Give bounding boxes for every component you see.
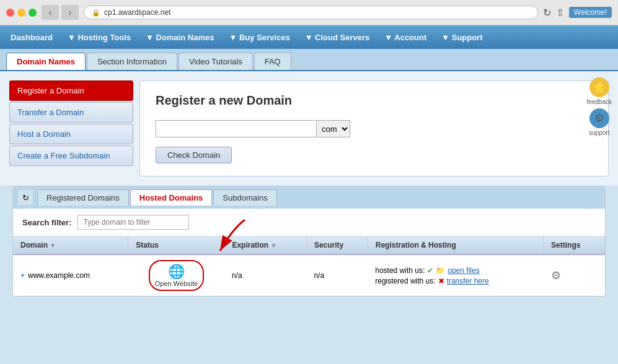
welcome-text: Welcome!: [574, 8, 607, 17]
tld-select[interactable]: com net org info biz: [317, 120, 350, 137]
sidebar-create-subdomain[interactable]: Create a Free Subdomain: [9, 145, 133, 166]
search-input[interactable]: [77, 215, 189, 230]
refresh-icon[interactable]: ↻: [18, 190, 33, 205]
tab-section-information[interactable]: Section Information: [87, 53, 177, 70]
nav-item-dashboard[interactable]: Dashboard: [3, 25, 60, 49]
globe-icon: 🌐: [168, 264, 185, 280]
welcome-bar: Welcome!: [569, 7, 612, 18]
back-button[interactable]: ‹: [42, 5, 59, 20]
col-status: Status: [128, 236, 224, 254]
sidebar-register-domain[interactable]: Register a Domain: [9, 80, 133, 101]
domain-table: Domain ▼ Status Expiration ▼ Security: [13, 236, 605, 296]
forward-button[interactable]: ›: [61, 5, 79, 20]
bottom-section-inner: ↻ Registered Domains Hosted Domains Subd…: [12, 186, 606, 297]
expiration-value: n/a: [232, 271, 242, 280]
top-nav: Dashboard ▼ Hosting Tools ▼ Domain Names…: [0, 25, 618, 49]
nav-item-support[interactable]: ▼ Support: [434, 25, 490, 49]
nav-item-hosting-tools[interactable]: ▼ Hosting Tools: [60, 25, 138, 49]
hosted-with-label: hosted with us:: [375, 266, 425, 275]
nav-label-buy-services: ▼ Buy Services: [229, 33, 289, 42]
col-security: Security: [306, 236, 368, 254]
side-icons: ⭐ feedback ⚙ support: [586, 77, 612, 136]
feedback-icon: ⭐: [589, 77, 609, 97]
transfer-here-link[interactable]: transfer here: [447, 277, 489, 285]
domain-value: www.example.com: [28, 271, 90, 280]
col-expiration: Expiration ▼: [224, 236, 306, 254]
nav-item-account[interactable]: ▼ Account: [377, 25, 434, 49]
register-panel: Register a new Domain com net org info b…: [139, 80, 609, 176]
nav-label-support: ▼ Support: [441, 33, 482, 42]
share-button[interactable]: ⇧: [556, 7, 564, 19]
sort-arrow-expiration[interactable]: ▼: [270, 242, 276, 249]
nav-item-cloud-servers[interactable]: ▼ Cloud Servers: [298, 25, 377, 49]
sort-arrow-domain[interactable]: ▼: [50, 242, 56, 249]
bottom-tab-bar: ↻ Registered Domains Hosted Domains Subd…: [13, 186, 605, 209]
domain-name-input[interactable]: [156, 120, 317, 137]
expand-icon[interactable]: +: [20, 271, 25, 280]
bottom-tab-subdomains[interactable]: Subdomains: [213, 189, 276, 206]
security-value: n/a: [314, 271, 324, 280]
search-row: Search filter:: [13, 209, 605, 236]
table-header: Domain ▼ Status Expiration ▼ Security: [13, 236, 605, 254]
nav-label-domain-names: ▼ Domain Names: [146, 33, 214, 42]
expiration-cell: n/a: [224, 254, 306, 296]
register-panel-title: Register a new Domain: [156, 93, 593, 108]
col-reg-hosting: Registration & Hosting: [368, 236, 543, 254]
tab-video-tutorials[interactable]: Video Tutorials: [179, 53, 253, 70]
nav-item-buy-services[interactable]: ▼ Buy Services: [221, 25, 297, 49]
domain-col: + www.example.com: [20, 271, 121, 280]
browser-chrome: ‹ › 🔒 cp1.awardspace.net ↻ ⇧ Welcome!: [0, 0, 618, 25]
hosted-check-icon: ✔: [427, 266, 433, 275]
tab-faq[interactable]: FAQ: [254, 53, 291, 70]
table-body: + www.example.com 🌐 Open Website n/a: [13, 254, 605, 296]
support-icon: ⚙: [589, 108, 609, 128]
bottom-tab-registered[interactable]: Registered Domains: [37, 189, 129, 206]
registered-with-row: registered with us: ✖ transfer here: [375, 277, 536, 285]
bottom-section: ↻ Registered Domains Hosted Domains Subd…: [9, 186, 609, 297]
open-website-label: Open Website: [155, 280, 198, 287]
reload-button[interactable]: ↻: [543, 7, 551, 19]
domain-cell: + www.example.com: [13, 254, 128, 296]
check-domain-button[interactable]: Check Domain: [156, 147, 232, 163]
hosted-with-row: hosted with us: ✔ 📁 open files: [375, 266, 536, 275]
registered-with-label: registered with us:: [375, 277, 435, 285]
address-bar[interactable]: 🔒 cp1.awardspace.net: [84, 6, 538, 19]
lock-icon: 🔒: [92, 9, 100, 17]
domain-input-row: com net org info biz: [156, 120, 593, 137]
main-area: Register a Domain Transfer a Domain Host…: [0, 71, 618, 297]
close-button[interactable]: [6, 9, 14, 17]
address-text: cp1.awardspace.net: [104, 8, 170, 17]
registered-cross-icon: ✖: [438, 277, 444, 285]
table-row: + www.example.com 🌐 Open Website n/a: [13, 254, 605, 296]
sidebar-transfer-domain[interactable]: Transfer a Domain: [9, 102, 133, 123]
status-cell: 🌐 Open Website: [128, 254, 224, 296]
nav-label-hosting-tools: ▼ Hosting Tools: [68, 33, 131, 42]
sidebar-host-domain[interactable]: Host a Domain: [9, 124, 133, 144]
sidebar: Register a Domain Transfer a Domain Host…: [9, 80, 133, 176]
minimize-button[interactable]: [17, 9, 25, 17]
tab-bar: Domain Names Section Information Video T…: [0, 49, 618, 71]
col-settings: Settings: [544, 236, 605, 254]
nav-item-domain-names[interactable]: ▼ Domain Names: [138, 25, 221, 49]
nav-label-dashboard: Dashboard: [11, 33, 53, 42]
bottom-tab-hosted[interactable]: Hosted Domains: [130, 189, 213, 206]
support-button[interactable]: ⚙ support: [589, 108, 609, 136]
col-domain: Domain ▼: [13, 236, 128, 254]
search-label: Search filter:: [22, 218, 71, 227]
traffic-lights: [6, 9, 37, 17]
maximize-button[interactable]: [29, 9, 37, 17]
security-cell: n/a: [306, 254, 368, 296]
reg-hosting-cell: hosted with us: ✔ 📁 open files registere…: [368, 254, 543, 296]
open-website-button[interactable]: 🌐 Open Website: [149, 260, 205, 291]
open-files-link[interactable]: open files: [448, 266, 479, 275]
table-header-row: Domain ▼ Status Expiration ▼ Security: [13, 236, 605, 254]
tab-domain-names[interactable]: Domain Names: [6, 53, 86, 70]
folder-icon: 📁: [436, 266, 445, 275]
settings-icon[interactable]: ⚙: [551, 269, 561, 282]
feedback-button[interactable]: ⭐ feedback: [586, 77, 612, 105]
nav-label-account: ▼ Account: [384, 33, 426, 42]
nav-buttons: ‹ ›: [42, 5, 79, 20]
settings-cell: ⚙: [544, 254, 605, 296]
main-content: Register a Domain Transfer a Domain Host…: [0, 71, 618, 186]
nav-label-cloud-servers: ▼ Cloud Servers: [305, 33, 370, 42]
